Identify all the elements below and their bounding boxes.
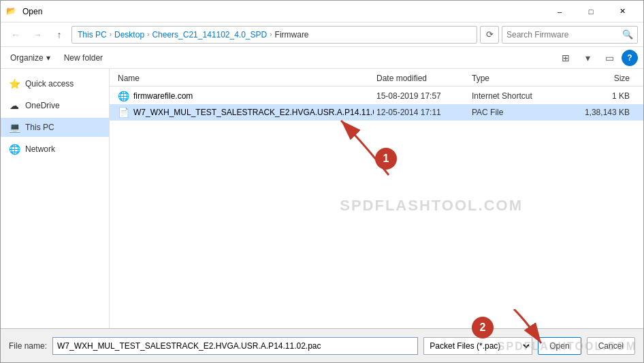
file-name-field[interactable]: [52, 337, 418, 355]
close-button[interactable]: ✕: [607, 1, 638, 22]
file-row-pac[interactable]: 📄 W7_WXH_MUL_TEST_SALESTRACK_E2.HVGA.USR…: [110, 104, 643, 121]
breadcrumb-sep-1: ›: [110, 31, 112, 38]
cancel-button[interactable]: Cancel: [587, 337, 635, 355]
open-button[interactable]: Open: [538, 337, 581, 355]
quickaccess-icon: ⭐: [9, 78, 20, 89]
preview-pane-button[interactable]: ▭: [600, 50, 619, 66]
sidebar-item-onedrive[interactable]: ☁ OneDrive: [1, 96, 109, 115]
breadcrumb-firmware: Firmware: [275, 30, 309, 40]
forward-button[interactable]: →: [28, 25, 47, 44]
file-list-header: Name Date modified Type Size: [110, 69, 643, 86]
search-icon[interactable]: 🔍: [622, 29, 633, 40]
view-controls: ⊞ ▾ ▭ ?: [556, 50, 638, 66]
up-button[interactable]: ↑: [50, 25, 69, 44]
sidebar-group-onedrive: ☁ OneDrive: [1, 96, 109, 115]
new-folder-button[interactable]: New folder: [60, 50, 107, 66]
file-size-firmwarefile: 1 KB: [564, 91, 632, 101]
organize-chevron: ▾: [46, 53, 50, 63]
file-list-wrapper: 🌐 firmwarefile.com 15-08-2019 17:57 Inte…: [110, 86, 643, 328]
window-icon: 📂: [6, 6, 17, 17]
organize-label: Organize: [10, 53, 44, 63]
file-type-firmwarefile: Internet Shortcut: [469, 91, 564, 101]
sidebar-group-network: 🌐 Network: [1, 140, 109, 159]
breadcrumb-this-pc[interactable]: This PC: [78, 30, 107, 40]
minimize-button[interactable]: –: [544, 1, 575, 22]
file-type-select[interactable]: Packet Files (*.pac): [423, 337, 532, 355]
bottom-bar: File name: Packet Files (*.pac) Open Can…: [1, 328, 643, 362]
file-name-firmwarefile: 🌐 firmwarefile.com: [115, 91, 374, 101]
network-icon: 🌐: [9, 144, 20, 155]
sidebar-item-thispc[interactable]: 💻 This PC: [1, 118, 109, 137]
bottom-wrapper: File name: Packet Files (*.pac) Open Can…: [1, 328, 643, 362]
sidebar-group-quickaccess: ⭐ Quick access: [1, 74, 109, 93]
file-name-label: File name:: [9, 341, 47, 351]
breadcrumb-sep-3: ›: [270, 31, 272, 38]
sidebar: ⭐ Quick access ☁ OneDrive 💻 This PC 🌐: [1, 69, 110, 328]
breadcrumb-desktop[interactable]: Desktop: [114, 30, 144, 40]
annotation-badge-1: 1: [375, 148, 397, 170]
file-icon-internet-shortcut: 🌐: [118, 91, 129, 101]
sidebar-item-quickaccess[interactable]: ⭐ Quick access: [1, 74, 109, 93]
view-details-button[interactable]: ▾: [578, 50, 597, 66]
sidebar-onedrive-label: OneDrive: [25, 101, 60, 110]
back-button[interactable]: ←: [6, 25, 25, 44]
file-date-pac: 12-05-2014 17:11: [374, 108, 469, 117]
column-header-name[interactable]: Name: [115, 74, 374, 86]
column-header-type[interactable]: Type: [469, 74, 564, 86]
view-toggle-button[interactable]: ⊞: [556, 50, 575, 66]
onedrive-icon: ☁: [9, 100, 20, 111]
file-type-pac: PAC File: [469, 108, 564, 117]
column-header-date[interactable]: Date modified: [374, 74, 469, 86]
column-header-size[interactable]: Size: [564, 74, 632, 86]
file-list-area: Name Date modified Type Size 🌐 firmwaref…: [110, 69, 643, 328]
title-bar-controls: – □ ✕: [544, 1, 638, 22]
navigation-toolbar: ← → ↑ This PC › Desktop › Cheers_C21_141…: [1, 22, 643, 47]
sidebar-network-label: Network: [25, 144, 55, 154]
watermark-1: SPDFLASHTOOL.COM: [340, 197, 523, 215]
file-row-firmwarefile[interactable]: 🌐 firmwarefile.com 15-08-2019 17:57 Inte…: [110, 88, 643, 104]
help-button[interactable]: ?: [622, 50, 638, 66]
maximize-button[interactable]: □: [575, 1, 607, 22]
thispc-icon: 💻: [9, 122, 20, 133]
sidebar-quickaccess-label: Quick access: [25, 79, 74, 89]
sidebar-item-network[interactable]: 🌐 Network: [1, 140, 109, 159]
window-title: Open: [22, 7, 544, 16]
main-content: ⭐ Quick access ☁ OneDrive 💻 This PC 🌐: [1, 69, 643, 328]
file-size-pac: 1,38,143 KB: [564, 108, 632, 117]
file-icon-pac: 📄: [118, 107, 129, 118]
search-box: 🔍: [502, 26, 638, 44]
search-input[interactable]: [506, 30, 622, 40]
breadcrumb-sep-2: ›: [147, 31, 149, 38]
file-date-firmwarefile: 15-08-2019 17:57: [374, 91, 469, 101]
sidebar-group-thispc: 💻 This PC: [1, 118, 109, 137]
secondary-toolbar: Organize ▾ New folder ⊞ ▾ ▭ ?: [1, 47, 643, 69]
title-bar: 📂 Open – □ ✕: [1, 1, 643, 22]
breadcrumb-bar: This PC › Desktop › Cheers_C21_141102_4.…: [71, 26, 477, 44]
file-list: 🌐 firmwarefile.com 15-08-2019 17:57 Inte…: [110, 86, 643, 122]
organize-button[interactable]: Organize ▾: [6, 50, 54, 66]
breadcrumb-cheers[interactable]: Cheers_C21_141102_4.0_SPD: [152, 30, 267, 40]
sidebar-thispc-label: This PC: [25, 123, 54, 132]
refresh-button[interactable]: ⟳: [480, 26, 499, 44]
file-name-pac: 📄 W7_WXH_MUL_TEST_SALESTRACK_E2.HVGA.USR…: [115, 107, 374, 118]
